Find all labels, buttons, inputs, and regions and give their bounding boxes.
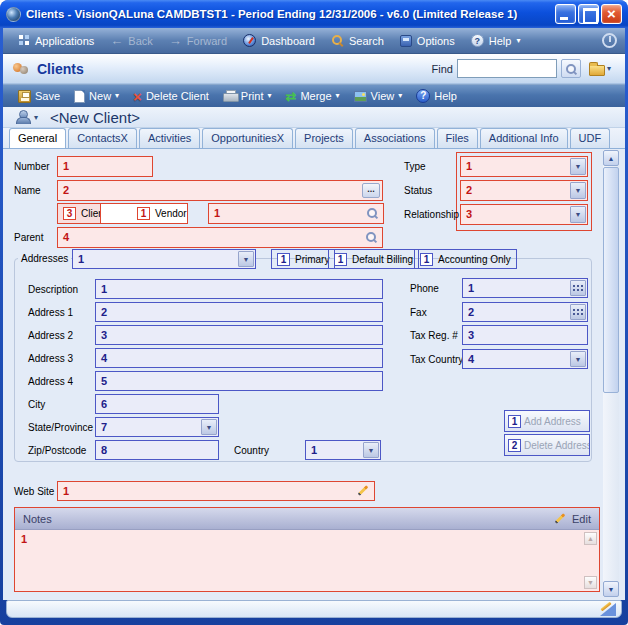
tax-country-value: 4 [468,353,474,365]
vendor-lookup-field[interactable]: 1 [208,203,384,224]
forward-arrow-icon: → [169,34,182,47]
notes-scroll-up-button[interactable]: ▲ [584,532,597,545]
status-dropdown-button[interactable]: ▼ [570,182,586,199]
relationship-combo[interactable]: 3 ▼ [460,204,588,225]
delete-client-label: Delete Client [146,90,209,102]
vendor-checkbox[interactable]: 1 [137,207,150,220]
pencil-icon[interactable] [356,484,370,498]
add-address-button[interactable]: 1 Add Address [504,410,590,432]
scrollbar-down-button[interactable]: ▼ [603,581,619,597]
find-search-button[interactable] [561,59,581,78]
country-dropdown-button[interactable]: ▼ [363,442,379,458]
status-combo[interactable]: 2 ▼ [460,180,588,201]
tab-associations[interactable]: Associations [355,128,435,148]
tab-bar: General ContactsX Activities Opportuniti… [3,128,625,149]
delete-x-icon [133,90,142,103]
tab-activities[interactable]: Activities [139,128,200,148]
new-button[interactable]: New ▾ [67,85,126,107]
tab-files[interactable]: Files [437,128,478,148]
phone-keypad-button[interactable] [570,280,586,296]
tab-udf[interactable]: UDF [570,128,611,148]
chevron-down-icon[interactable]: ▾ [34,113,38,122]
person-icon[interactable] [15,110,30,124]
tab-opportunitiesx[interactable]: OpportunitiesX [202,128,293,148]
save-button[interactable]: Save [11,85,67,107]
fax-field[interactable]: 2 [462,302,588,322]
magnifier-icon[interactable] [366,207,379,220]
addresses-dropdown-button[interactable]: ▼ [238,251,254,267]
website-field[interactable]: 1 [57,481,375,501]
tax-country-combo[interactable]: 4 ▼ [462,349,588,369]
primary-checkbox[interactable]: 1 [277,253,290,266]
menu-dashboard[interactable]: Dashboard [235,30,323,52]
chevron-down-icon: ▾ [398,92,402,100]
menu-back[interactable]: ← Back [102,30,160,52]
find-folder-button[interactable]: ▾ [585,59,615,78]
description-field[interactable]: 1 [95,279,383,299]
merge-button[interactable]: Merge ▾ [279,85,347,107]
help-button[interactable]: Help [409,85,464,107]
address3-field[interactable]: 4 [95,348,383,368]
chevron-down-icon: ▾ [336,92,340,100]
name-field[interactable]: 2 ... [57,180,383,201]
scrollbar-up-button[interactable]: ▲ [603,150,619,166]
delete-address-button[interactable]: 2 Delete Address [504,434,590,456]
address4-field[interactable]: 5 [95,371,383,391]
default-billing-checkbox[interactable]: 1 [334,253,347,266]
view-label: View [371,90,395,102]
menu-applications[interactable]: Applications [11,30,102,52]
tab-contactsx[interactable]: ContactsX [68,128,137,148]
address1-label: Address 1 [28,307,73,318]
menu-forward[interactable]: → Forward [161,30,235,52]
find-input[interactable] [457,59,557,78]
chevron-down-icon: ▾ [607,65,611,73]
keypad-icon [573,284,584,292]
dashboard-icon [243,34,256,47]
name-browse-button[interactable]: ... [362,183,380,198]
zip-field[interactable]: 8 [95,440,219,460]
menu-applications-label: Applications [35,35,94,47]
menu-help[interactable]: Help ▾ [463,30,529,52]
tax-country-dropdown-button[interactable]: ▼ [570,351,586,367]
state-dropdown-button[interactable]: ▼ [201,419,217,435]
phone-value: 1 [468,282,474,294]
client-checkbox[interactable]: 3 [63,207,76,220]
address1-field[interactable]: 2 [95,302,383,322]
addresses-selector[interactable]: 1 ▼ [72,249,256,269]
notes-body[interactable]: 1 ▲ ▼ [15,530,599,591]
power-icon[interactable] [602,33,617,48]
phone-field[interactable]: 1 [462,278,588,298]
relationship-dropdown-button[interactable]: ▼ [570,206,586,223]
phone-label: Phone [410,283,439,294]
delete-client-button[interactable]: Delete Client [126,85,216,107]
type-dropdown-button[interactable]: ▼ [570,158,586,175]
parent-field[interactable]: 4 [57,227,383,248]
minimize-button[interactable] [555,4,576,24]
notes-scroll-down-button[interactable]: ▼ [584,576,597,589]
tab-additional-info[interactable]: Additional Info [480,128,568,148]
window-title: Clients - VisionQALuna CAMDBTST1 - Perio… [26,8,555,20]
print-button[interactable]: Print ▾ [216,85,279,107]
view-image-icon [354,91,367,102]
magnifier-icon[interactable] [365,231,378,244]
maximize-button[interactable] [578,4,599,24]
state-combo[interactable]: 7 ▼ [95,417,219,437]
corner-notes-icon[interactable] [598,602,617,617]
accounting-only-checkbox[interactable]: 1 [420,253,433,266]
tab-general[interactable]: General [9,128,66,148]
menu-search[interactable]: Search [323,30,392,52]
scrollbar-thumb[interactable] [603,167,619,393]
close-button[interactable] [601,4,622,24]
menu-options[interactable]: Options [392,30,463,52]
country-combo[interactable]: 1 ▼ [305,440,381,460]
vendor-lookup-value: 1 [214,207,220,219]
fax-keypad-button[interactable] [570,304,586,320]
number-field[interactable]: 1 [57,156,153,177]
tax-reg-field[interactable]: 3 [462,325,588,345]
address2-field[interactable]: 3 [95,325,383,345]
view-button[interactable]: View ▾ [347,85,410,107]
notes-edit-button[interactable]: Edit [572,513,591,525]
tab-projects[interactable]: Projects [295,128,353,148]
city-field[interactable]: 6 [95,394,219,414]
type-combo[interactable]: 1 ▼ [460,156,588,177]
